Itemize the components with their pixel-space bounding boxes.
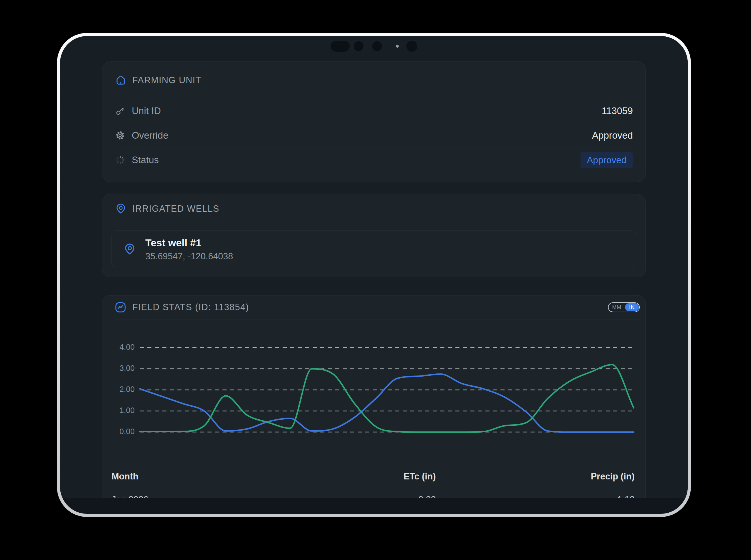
- chart-zone: 4.00 3.00 2.00 1.00 0.00: [102, 319, 646, 465]
- well-name: Test well #1: [145, 237, 233, 249]
- farming-unit-card: FARMING UNIT Unit ID 113059: [102, 61, 646, 182]
- column-header-etc: ETc (in): [268, 471, 436, 482]
- y-axis-tick: 1.00: [114, 406, 135, 415]
- map-pin-icon: [123, 243, 136, 256]
- table-row: Jan 2026 0.00 1.12: [112, 488, 635, 498]
- override-value: Approved: [592, 130, 633, 141]
- map-pin-icon: [115, 203, 127, 215]
- camera-lens-icon: [372, 41, 382, 51]
- unit-id-label: Unit ID: [132, 105, 161, 116]
- tablet-frame: FARMING UNIT Unit ID 113059: [57, 33, 691, 517]
- y-axis-tick: 3.00: [114, 364, 135, 373]
- override-label: Override: [132, 130, 169, 141]
- irrigated-wells-card: IRRIGATED WELLS Test well #1 35.69547, -…: [102, 194, 646, 277]
- cell-precip: 1.12: [436, 495, 635, 498]
- column-header-month: Month: [112, 471, 268, 482]
- cell-etc: 0.00: [268, 495, 436, 498]
- field-stats-table: Month ETc (in) Precip (in) Jan 2026 0.00…: [112, 465, 635, 498]
- camera-lens-icon: [406, 41, 417, 52]
- y-axis-tick: 2.00: [114, 385, 135, 394]
- tablet-screen: FARMING UNIT Unit ID 113059: [60, 36, 688, 514]
- front-camera-cluster: [331, 40, 417, 53]
- spinner-icon: [115, 155, 126, 165]
- cell-month: Jan 2026: [112, 495, 268, 498]
- status-row: Status Approved: [115, 147, 633, 172]
- override-row: Override Approved: [115, 123, 633, 147]
- farming-unit-title: FARMING UNIT: [132, 75, 201, 85]
- well-coordinates: 35.69547, -120.64038: [145, 251, 233, 262]
- farming-unit-header: FARMING UNIT: [115, 62, 633, 99]
- irrigated-wells-header: IRRIGATED WELLS: [102, 194, 646, 223]
- camera-pill: [331, 41, 350, 52]
- status-badge: Approved: [580, 152, 633, 168]
- camera-sensor-dot: [396, 45, 399, 48]
- gear-icon: [115, 130, 126, 141]
- key-icon: [115, 106, 126, 116]
- irrigated-wells-title: IRRIGATED WELLS: [132, 204, 219, 214]
- unit-id-row: Unit ID 113059: [115, 99, 633, 123]
- unit-id-value: 113059: [602, 105, 633, 116]
- toggle-option-mm[interactable]: MM: [609, 304, 625, 311]
- unit-toggle[interactable]: MM IN: [608, 302, 640, 312]
- field-stats-title: FIELD STATS (ID: 113854): [132, 302, 249, 313]
- home-icon: [115, 75, 127, 86]
- status-label: Status: [132, 155, 159, 165]
- trend-chart-icon: [114, 301, 127, 313]
- dashboard-app: FARMING UNIT Unit ID 113059: [60, 36, 688, 498]
- field-stats-header: FIELD STATS (ID: 113854) MM IN: [114, 296, 640, 319]
- y-axis-tick: 0.00: [114, 427, 135, 436]
- camera-lens-icon: [354, 41, 364, 51]
- toggle-option-in[interactable]: IN: [625, 303, 639, 311]
- well-list-item[interactable]: Test well #1 35.69547, -120.64038: [112, 230, 636, 268]
- column-header-precip: Precip (in): [436, 471, 635, 482]
- y-axis-tick: 4.00: [114, 343, 135, 352]
- field-stats-card: FIELD STATS (ID: 113854) MM IN 4.00 3.00…: [102, 295, 646, 498]
- table-header-row: Month ETc (in) Precip (in): [112, 465, 635, 488]
